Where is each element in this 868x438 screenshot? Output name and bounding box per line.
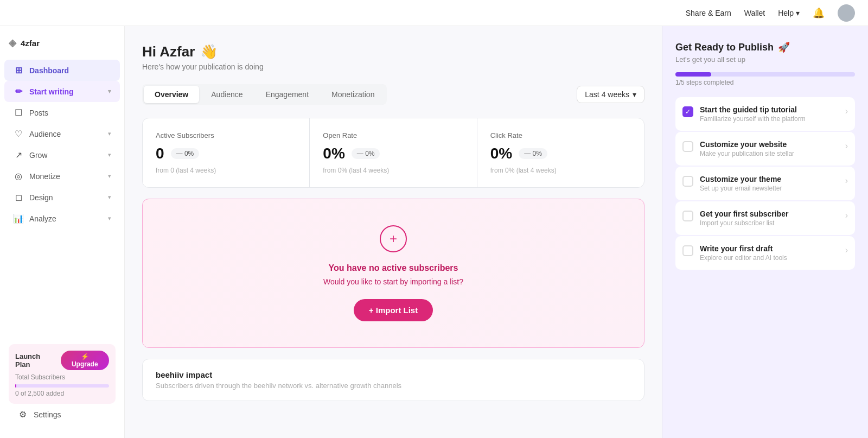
sidebar-item-settings[interactable]: ⚙ Settings xyxy=(9,404,116,425)
empty-subtitle: Would you like to start by importing a l… xyxy=(156,277,631,286)
edit-icon: ✏ xyxy=(13,86,24,97)
sidebar-item-label: Start writing xyxy=(29,87,103,96)
tab-engagement[interactable]: Engagement xyxy=(255,86,320,103)
checklist-item-first-subscriber[interactable]: Get your first subscriber Import your su… xyxy=(675,201,855,235)
upgrade-button[interactable]: ⚡ Upgrade xyxy=(61,351,109,370)
checklist-item-first-draft[interactable]: Write your first draft Explore our edito… xyxy=(675,236,855,270)
wallet-link[interactable]: Wallet xyxy=(744,9,765,17)
stat-from: from 0% (last 4 weeks) xyxy=(323,167,463,174)
checkbox-guided-tutorial[interactable]: ✓ xyxy=(682,106,693,117)
monetize-icon: ◎ xyxy=(13,171,24,181)
stats-row: Active Subscribers 0 — 0% from 0 (last 4… xyxy=(142,118,644,188)
period-chevron-icon: ▾ xyxy=(633,90,636,99)
chevron-down-icon: ▾ xyxy=(108,194,111,201)
checklist-item-customize-website[interactable]: Customize your website Make your publica… xyxy=(675,132,855,166)
chevron-down-icon: ▾ xyxy=(108,130,111,137)
stat-badge: — 0% xyxy=(352,148,380,159)
help-chevron-icon: ▾ xyxy=(796,9,800,17)
checklist-label: Get your first subscriber xyxy=(700,210,839,218)
stat-title: Active Subscribers xyxy=(156,131,296,139)
main-content: Hi Azfar 👋 Here's how your publication i… xyxy=(125,26,662,438)
stat-badge: — 0% xyxy=(171,148,200,159)
chevron-right-icon: › xyxy=(845,245,848,255)
checkbox-customize-theme[interactable] xyxy=(682,176,693,187)
sidebar-item-label: Grow xyxy=(29,151,103,160)
settings-icon: ⚙ xyxy=(17,409,28,420)
share-earn-link[interactable]: Share & Earn xyxy=(686,9,731,17)
chevron-down-icon: ▾ xyxy=(108,88,111,95)
empty-state: + You have no active subscribers Would y… xyxy=(142,199,644,348)
panel-title: Get Ready to Publish 🚀 xyxy=(675,41,855,53)
sidebar-item-monetize[interactable]: ◎ Monetize ▾ xyxy=(4,166,120,187)
audience-icon: ♡ xyxy=(13,129,24,139)
page-header: Hi Azfar 👋 Here's how your publication i… xyxy=(142,43,644,71)
plan-progress-bar xyxy=(15,384,109,388)
checkbox-first-draft[interactable] xyxy=(682,245,693,256)
sidebar-item-posts[interactable]: ☐ Posts xyxy=(4,102,120,123)
stat-card-click-rate: Click Rate 0% — 0% from 0% (last 4 weeks… xyxy=(477,118,644,187)
stat-card-open-rate: Open Rate 0% — 0% from 0% (last 4 weeks) xyxy=(310,118,477,187)
chevron-down-icon: ▾ xyxy=(108,151,111,158)
dashboard-icon: ⊞ xyxy=(13,65,24,75)
panel-title-text: Get Ready to Publish xyxy=(675,42,774,53)
posts-icon: ☐ xyxy=(13,107,24,118)
checkbox-first-subscriber[interactable] xyxy=(682,211,693,221)
import-list-button[interactable]: + Import List xyxy=(354,299,433,321)
sidebar-item-dashboard[interactable]: ⊞ Dashboard xyxy=(4,60,120,81)
help-menu[interactable]: Help ▾ xyxy=(778,9,800,17)
sidebar-item-design[interactable]: ◻ Design ▾ xyxy=(4,187,120,208)
impact-section: beehiiv impact Subscribers driven throug… xyxy=(142,359,644,401)
sidebar-item-label: Design xyxy=(29,193,103,202)
tab-bar: Overview Audience Engagement Monetizatio… xyxy=(142,84,387,105)
tab-audience[interactable]: Audience xyxy=(200,86,253,103)
grow-icon: ↗ xyxy=(13,150,24,160)
page-greeting: Hi Azfar 👋 xyxy=(142,43,644,60)
setup-progress-fill xyxy=(675,72,711,77)
top-nav: Share & Earn Wallet Help ▾ 🔔 xyxy=(0,0,868,26)
stat-title: Open Rate xyxy=(323,131,463,139)
plan-name: Launch Plan xyxy=(15,352,56,369)
right-panel: Get Ready to Publish 🚀 Let's get you all… xyxy=(662,26,868,438)
checklist-desc: Familiarize yourself with the platform xyxy=(700,115,839,123)
sidebar-item-audience[interactable]: ♡ Audience ▾ xyxy=(4,123,120,144)
sidebar-nav: ⊞ Dashboard ✏ Start writing ▾ ☐ Posts ♡ … xyxy=(0,60,124,229)
add-subscriber-icon[interactable]: + xyxy=(380,225,407,252)
checklist-item-customize-theme[interactable]: Customize your theme Set up your email n… xyxy=(675,167,855,200)
notifications-icon[interactable]: 🔔 xyxy=(813,7,825,19)
sidebar-item-label: Audience xyxy=(29,130,103,138)
rocket-icon: 🚀 xyxy=(778,41,790,53)
stat-title: Click Rate xyxy=(490,131,631,139)
chevron-right-icon: › xyxy=(845,141,848,151)
settings-label: Settings xyxy=(34,410,61,419)
tabs-row: Overview Audience Engagement Monetizatio… xyxy=(142,84,644,105)
checklist-desc: Make your publication site stellar xyxy=(700,150,839,157)
sidebar-item-start-writing[interactable]: ✏ Start writing ▾ xyxy=(4,81,120,102)
checklist-desc: Explore our editor and AI tools xyxy=(700,254,839,262)
brand-name: 4zfar xyxy=(21,39,40,48)
page-subtitle: Here's how your publication is doing xyxy=(142,62,644,71)
stat-card-active-subscribers: Active Subscribers 0 — 0% from 0 (last 4… xyxy=(143,118,310,187)
avatar[interactable] xyxy=(838,4,855,22)
sidebar-item-label: Monetize xyxy=(29,172,103,181)
checklist-item-guided-tutorial[interactable]: ✓ Start the guided tip tutorial Familiar… xyxy=(675,97,855,131)
analyze-icon: 📊 xyxy=(13,213,24,224)
sidebar-item-analyze[interactable]: 📊 Analyze ▾ xyxy=(4,208,120,229)
checklist-label: Write your first draft xyxy=(700,244,839,253)
tab-overview[interactable]: Overview xyxy=(144,86,199,103)
impact-title: beehiiv impact xyxy=(156,370,631,379)
checklist-label: Customize your theme xyxy=(700,175,839,183)
stat-value: 0% xyxy=(490,145,512,162)
chevron-down-icon: ▾ xyxy=(108,173,111,180)
sidebar-item-label: Dashboard xyxy=(29,66,111,75)
brand-logo[interactable]: ◈ 4zfar xyxy=(0,33,124,58)
stat-from: from 0 (last 4 weeks) xyxy=(156,167,296,174)
checklist: ✓ Start the guided tip tutorial Familiar… xyxy=(675,97,855,270)
tab-monetization[interactable]: Monetization xyxy=(321,86,385,103)
checkbox-customize-website[interactable] xyxy=(682,141,693,152)
greeting-text: Hi Azfar xyxy=(142,43,195,60)
plan-progress-fill xyxy=(15,384,16,388)
steps-count: 1/5 steps completed xyxy=(675,79,855,86)
sidebar-item-grow[interactable]: ↗ Grow ▾ xyxy=(4,144,120,166)
period-selector[interactable]: Last 4 weeks ▾ xyxy=(577,86,644,103)
checklist-label: Customize your website xyxy=(700,140,839,149)
